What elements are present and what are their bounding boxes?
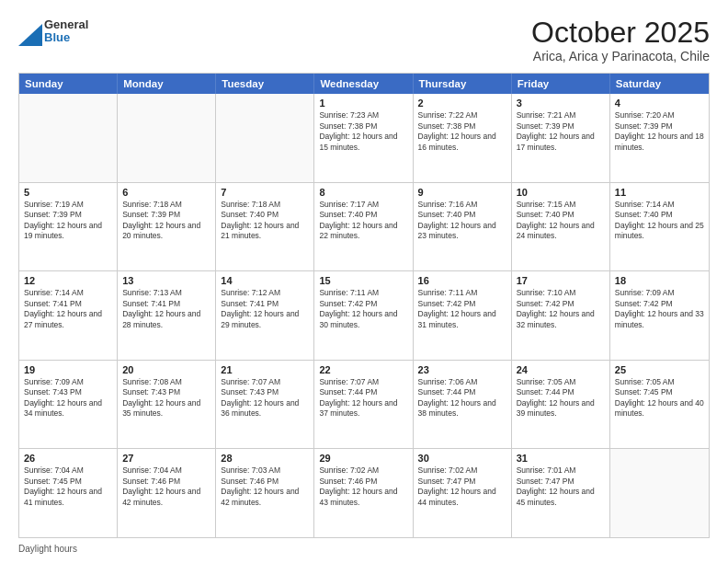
logo-triangle-icon xyxy=(18,17,42,46)
day-number: 24 xyxy=(517,364,605,375)
calendar-cell: 30Sunrise: 7:02 AM Sunset: 7:47 PM Dayli… xyxy=(414,449,512,537)
calendar-cell: 31Sunrise: 7:01 AM Sunset: 7:47 PM Dayli… xyxy=(512,449,610,537)
calendar-row: 12Sunrise: 7:14 AM Sunset: 7:41 PM Dayli… xyxy=(19,271,709,361)
cell-info: Sunrise: 7:11 AM Sunset: 7:42 PM Dayligh… xyxy=(319,288,407,330)
calendar-row: 26Sunrise: 7:04 AM Sunset: 7:45 PM Dayli… xyxy=(19,449,709,537)
day-number: 9 xyxy=(418,187,506,198)
day-number: 13 xyxy=(122,275,210,286)
cell-info: Sunrise: 7:20 AM Sunset: 7:39 PM Dayligh… xyxy=(615,110,704,153)
cell-info: Sunrise: 7:02 AM Sunset: 7:47 PM Dayligh… xyxy=(418,465,506,508)
calendar-header-cell: Monday xyxy=(118,74,216,94)
cell-info: Sunrise: 7:22 AM Sunset: 7:38 PM Dayligh… xyxy=(418,110,506,153)
day-number: 15 xyxy=(319,275,407,286)
calendar-cell: 12Sunrise: 7:14 AM Sunset: 7:41 PM Dayli… xyxy=(19,271,118,360)
calendar-cell: 14Sunrise: 7:12 AM Sunset: 7:41 PM Dayli… xyxy=(216,271,314,360)
day-number: 29 xyxy=(319,453,407,464)
calendar-header-cell: Wednesday xyxy=(314,74,413,94)
calendar-cell: 1Sunrise: 7:23 AM Sunset: 7:38 PM Daylig… xyxy=(314,94,413,182)
day-number: 14 xyxy=(221,275,309,286)
calendar-cell: 26Sunrise: 7:04 AM Sunset: 7:45 PM Dayli… xyxy=(19,449,118,537)
calendar-cell: 19Sunrise: 7:09 AM Sunset: 7:43 PM Dayli… xyxy=(19,361,118,449)
cell-info: Sunrise: 7:07 AM Sunset: 7:43 PM Dayligh… xyxy=(221,377,309,419)
calendar-cell: 4Sunrise: 7:20 AM Sunset: 7:39 PM Daylig… xyxy=(610,94,709,182)
day-number: 12 xyxy=(24,275,112,286)
calendar: SundayMondayTuesdayWednesdayThursdayFrid… xyxy=(18,73,710,538)
calendar-cell: 11Sunrise: 7:14 AM Sunset: 7:40 PM Dayli… xyxy=(610,183,709,271)
cell-info: Sunrise: 7:01 AM Sunset: 7:47 PM Dayligh… xyxy=(517,465,605,508)
calendar-header-cell: Saturday xyxy=(610,74,709,94)
day-number: 23 xyxy=(418,364,506,375)
subtitle: Arica, Arica y Parinacota, Chile xyxy=(531,49,710,63)
cell-info: Sunrise: 7:18 AM Sunset: 7:40 PM Dayligh… xyxy=(221,200,309,242)
calendar-row: 19Sunrise: 7:09 AM Sunset: 7:43 PM Dayli… xyxy=(19,361,709,450)
calendar-cell: 16Sunrise: 7:11 AM Sunset: 7:42 PM Dayli… xyxy=(414,271,512,360)
day-number: 5 xyxy=(24,187,112,198)
cell-info: Sunrise: 7:14 AM Sunset: 7:40 PM Dayligh… xyxy=(615,200,704,242)
cell-info: Sunrise: 7:08 AM Sunset: 7:43 PM Dayligh… xyxy=(122,377,210,419)
day-number: 2 xyxy=(418,98,506,109)
day-number: 16 xyxy=(418,275,506,286)
footer: Daylight hours xyxy=(18,544,710,554)
calendar-cell: 22Sunrise: 7:07 AM Sunset: 7:44 PM Dayli… xyxy=(314,361,413,449)
calendar-cell: 24Sunrise: 7:05 AM Sunset: 7:44 PM Dayli… xyxy=(512,361,610,449)
cell-info: Sunrise: 7:19 AM Sunset: 7:39 PM Dayligh… xyxy=(24,200,112,242)
cell-info: Sunrise: 7:04 AM Sunset: 7:46 PM Dayligh… xyxy=(122,465,210,508)
cell-info: Sunrise: 7:05 AM Sunset: 7:45 PM Dayligh… xyxy=(615,377,704,419)
day-number: 8 xyxy=(319,187,407,198)
title-block: October 2025 Arica, Arica y Parinacota, … xyxy=(531,17,710,63)
calendar-cell: 6Sunrise: 7:18 AM Sunset: 7:39 PM Daylig… xyxy=(118,183,216,271)
calendar-header-cell: Tuesday xyxy=(216,74,314,94)
cell-info: Sunrise: 7:15 AM Sunset: 7:40 PM Dayligh… xyxy=(517,200,605,242)
calendar-cell: 9Sunrise: 7:16 AM Sunset: 7:40 PM Daylig… xyxy=(414,183,512,271)
daylight-label: Daylight hours xyxy=(18,544,77,554)
day-number: 4 xyxy=(615,98,704,109)
day-number: 10 xyxy=(517,187,605,198)
calendar-cell xyxy=(216,94,314,182)
day-number: 11 xyxy=(615,187,704,198)
day-number: 28 xyxy=(221,453,309,464)
calendar-cell: 27Sunrise: 7:04 AM Sunset: 7:46 PM Dayli… xyxy=(118,449,216,537)
logo: GeneralBlue xyxy=(18,17,88,46)
calendar-header-cell: Friday xyxy=(512,74,610,94)
calendar-cell: 23Sunrise: 7:06 AM Sunset: 7:44 PM Dayli… xyxy=(414,361,512,449)
day-number: 30 xyxy=(418,453,506,464)
cell-info: Sunrise: 7:03 AM Sunset: 7:46 PM Dayligh… xyxy=(221,465,309,508)
logo-general-text: General xyxy=(44,18,88,31)
calendar-cell: 5Sunrise: 7:19 AM Sunset: 7:39 PM Daylig… xyxy=(19,183,118,271)
day-number: 7 xyxy=(221,187,309,198)
calendar-header-cell: Sunday xyxy=(19,74,118,94)
cell-info: Sunrise: 7:11 AM Sunset: 7:42 PM Dayligh… xyxy=(418,288,506,330)
day-number: 22 xyxy=(319,364,407,375)
header: GeneralBlue October 2025 Arica, Arica y … xyxy=(18,17,710,63)
cell-info: Sunrise: 7:09 AM Sunset: 7:43 PM Dayligh… xyxy=(24,377,112,419)
day-number: 6 xyxy=(122,187,210,198)
calendar-cell: 3Sunrise: 7:21 AM Sunset: 7:39 PM Daylig… xyxy=(512,94,610,182)
calendar-header-cell: Thursday xyxy=(414,74,512,94)
cell-info: Sunrise: 7:17 AM Sunset: 7:40 PM Dayligh… xyxy=(319,200,407,242)
cell-info: Sunrise: 7:05 AM Sunset: 7:44 PM Dayligh… xyxy=(517,377,605,419)
day-number: 27 xyxy=(122,453,210,464)
calendar-cell xyxy=(118,94,216,182)
cell-info: Sunrise: 7:10 AM Sunset: 7:42 PM Dayligh… xyxy=(517,288,605,330)
day-number: 17 xyxy=(517,275,605,286)
cell-info: Sunrise: 7:12 AM Sunset: 7:41 PM Dayligh… xyxy=(221,288,309,330)
cell-info: Sunrise: 7:13 AM Sunset: 7:41 PM Dayligh… xyxy=(122,288,210,330)
cell-info: Sunrise: 7:07 AM Sunset: 7:44 PM Dayligh… xyxy=(319,377,407,419)
svg-marker-0 xyxy=(18,24,42,46)
calendar-row: 5Sunrise: 7:19 AM Sunset: 7:39 PM Daylig… xyxy=(19,183,709,272)
calendar-cell: 29Sunrise: 7:02 AM Sunset: 7:46 PM Dayli… xyxy=(314,449,413,537)
day-number: 25 xyxy=(615,364,704,375)
calendar-cell: 15Sunrise: 7:11 AM Sunset: 7:42 PM Dayli… xyxy=(314,271,413,360)
cell-info: Sunrise: 7:14 AM Sunset: 7:41 PM Dayligh… xyxy=(24,288,112,330)
calendar-cell: 8Sunrise: 7:17 AM Sunset: 7:40 PM Daylig… xyxy=(314,183,413,271)
calendar-cell: 18Sunrise: 7:09 AM Sunset: 7:42 PM Dayli… xyxy=(610,271,709,360)
day-number: 3 xyxy=(517,98,605,109)
cell-info: Sunrise: 7:16 AM Sunset: 7:40 PM Dayligh… xyxy=(418,200,506,242)
day-number: 19 xyxy=(24,364,112,375)
day-number: 26 xyxy=(24,453,112,464)
calendar-header: SundayMondayTuesdayWednesdayThursdayFrid… xyxy=(19,74,709,94)
page: GeneralBlue October 2025 Arica, Arica y … xyxy=(0,0,728,563)
cell-info: Sunrise: 7:21 AM Sunset: 7:39 PM Dayligh… xyxy=(517,110,605,153)
cell-info: Sunrise: 7:23 AM Sunset: 7:38 PM Dayligh… xyxy=(319,110,407,153)
calendar-row: 1Sunrise: 7:23 AM Sunset: 7:38 PM Daylig… xyxy=(19,94,709,183)
